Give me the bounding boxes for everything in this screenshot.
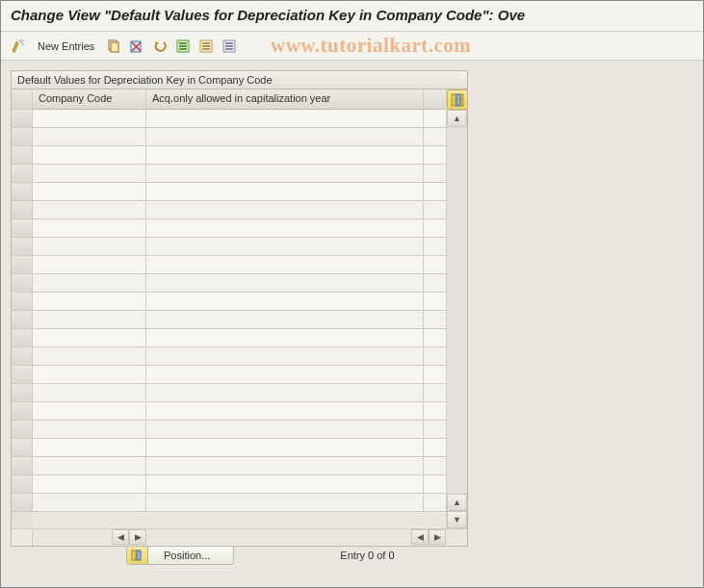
row-selector[interactable] (12, 329, 33, 347)
vscroll-track[interactable] (447, 127, 467, 494)
cell-acq-only[interactable] (146, 402, 424, 420)
cell-company-code[interactable] (33, 274, 146, 292)
table-row[interactable] (33, 256, 446, 274)
table-row[interactable] (33, 402, 446, 421)
table-row[interactable] (33, 494, 446, 512)
cell-company-code[interactable] (33, 494, 146, 511)
row-selector[interactable] (12, 402, 33, 421)
deselect-all-icon[interactable] (220, 37, 239, 56)
cell-acq-only[interactable] (146, 256, 424, 273)
scroll-up-button[interactable]: ▲ (447, 110, 467, 127)
cell-acq-only[interactable] (146, 183, 424, 200)
cell-acq-only[interactable] (146, 457, 424, 474)
row-selector[interactable] (12, 146, 33, 165)
row-selector[interactable] (12, 457, 33, 475)
table-row[interactable] (33, 329, 446, 347)
table-row[interactable] (33, 347, 446, 366)
row-selector[interactable] (12, 183, 33, 201)
table-row[interactable] (33, 201, 446, 219)
cell-acq-only[interactable] (146, 439, 424, 456)
cell-company-code[interactable] (33, 329, 146, 346)
cell-acq-only[interactable] (146, 146, 424, 164)
row-selector[interactable] (12, 201, 33, 219)
position-button[interactable]: Position... (126, 546, 234, 565)
cell-acq-only[interactable] (146, 494, 424, 511)
row-selector[interactable] (12, 165, 33, 183)
scroll-down-button[interactable]: ▼ (447, 511, 467, 528)
table-row[interactable] (33, 311, 446, 329)
table-row[interactable] (33, 183, 446, 201)
new-entries-button[interactable]: New Entries (32, 38, 100, 54)
column-acq-only[interactable]: Acq.only allowed in capitalization year (146, 89, 424, 109)
table-row[interactable] (33, 165, 446, 183)
cell-company-code[interactable] (33, 110, 146, 127)
scroll-up2-button[interactable]: ▲ (447, 494, 467, 511)
table-row[interactable] (33, 274, 446, 293)
row-selector[interactable] (12, 274, 33, 293)
cell-acq-only[interactable] (146, 274, 424, 292)
table-row[interactable] (33, 366, 446, 384)
cell-acq-only[interactable] (146, 110, 424, 127)
row-selector[interactable] (12, 219, 33, 238)
cell-acq-only[interactable] (146, 329, 424, 346)
cell-company-code[interactable] (33, 183, 146, 200)
row-selector[interactable] (12, 475, 33, 494)
cell-acq-only[interactable] (146, 293, 424, 310)
row-selector[interactable] (12, 439, 33, 457)
cell-acq-only[interactable] (146, 219, 424, 237)
table-row[interactable] (33, 110, 446, 128)
table-row[interactable] (33, 128, 446, 146)
cell-acq-only[interactable] (146, 421, 424, 438)
row-selector[interactable] (12, 311, 33, 329)
cell-company-code[interactable] (33, 366, 146, 383)
cell-company-code[interactable] (33, 402, 146, 420)
cell-company-code[interactable] (33, 347, 146, 365)
row-selector[interactable] (12, 384, 33, 402)
table-row[interactable] (33, 457, 446, 475)
cell-company-code[interactable] (33, 219, 146, 237)
cell-company-code[interactable] (33, 293, 146, 310)
cell-company-code[interactable] (33, 256, 146, 273)
delete-icon[interactable] (127, 37, 146, 56)
cell-acq-only[interactable] (146, 165, 424, 182)
cell-company-code[interactable] (33, 421, 146, 438)
table-row[interactable] (33, 439, 446, 457)
toggle-icon[interactable] (9, 37, 28, 56)
row-selector[interactable] (12, 256, 33, 274)
table-row[interactable] (33, 293, 446, 311)
cell-acq-only[interactable] (146, 475, 424, 493)
table-row[interactable] (33, 421, 446, 439)
cell-company-code[interactable] (33, 128, 146, 145)
cell-company-code[interactable] (33, 238, 146, 255)
row-selector[interactable] (12, 110, 33, 128)
row-selector[interactable] (12, 366, 33, 384)
configure-columns-button[interactable] (447, 89, 468, 110)
cell-company-code[interactable] (33, 384, 146, 401)
row-selector[interactable] (12, 421, 33, 439)
cell-acq-only[interactable] (146, 366, 424, 383)
table-row[interactable] (33, 384, 446, 402)
cell-company-code[interactable] (33, 439, 146, 456)
undo-icon[interactable] (150, 37, 169, 56)
cell-acq-only[interactable] (146, 201, 424, 218)
row-selector[interactable] (12, 238, 33, 256)
cell-company-code[interactable] (33, 457, 146, 474)
cell-company-code[interactable] (33, 165, 146, 182)
cell-acq-only[interactable] (146, 128, 424, 145)
select-all-icon[interactable] (173, 37, 193, 56)
table-row[interactable] (33, 219, 446, 238)
row-selector[interactable] (12, 293, 33, 311)
cell-company-code[interactable] (33, 146, 146, 164)
cell-company-code[interactable] (33, 311, 146, 328)
table-row[interactable] (33, 146, 446, 165)
column-company-code[interactable]: Company Code (33, 89, 146, 109)
row-selector[interactable] (12, 347, 33, 366)
cell-company-code[interactable] (33, 201, 146, 218)
cell-acq-only[interactable] (146, 311, 424, 328)
table-row[interactable] (33, 238, 446, 256)
row-selector[interactable] (12, 128, 33, 146)
row-selector[interactable] (12, 494, 33, 512)
cell-acq-only[interactable] (146, 238, 424, 255)
cell-acq-only[interactable] (146, 347, 424, 365)
table-row[interactable] (33, 475, 446, 494)
